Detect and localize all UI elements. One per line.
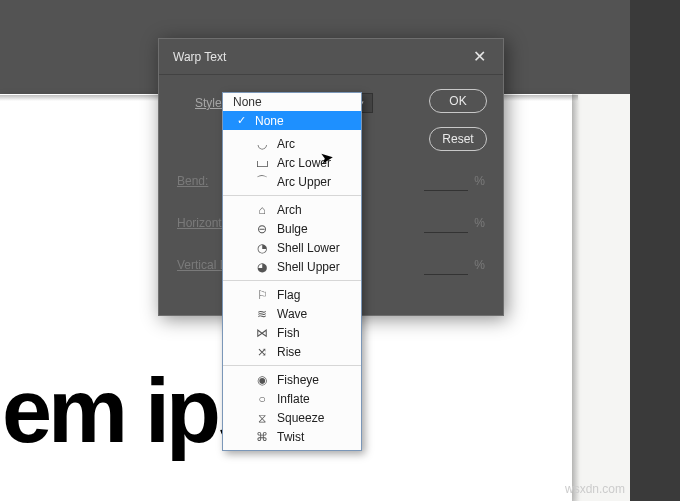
- arc-lower-icon: ⌴: [255, 156, 269, 170]
- dropdown-item-twist[interactable]: ⌘Twist: [223, 427, 361, 446]
- arc-upper-icon: ⌒: [255, 173, 269, 190]
- dropdown-item-inflate[interactable]: ○Inflate: [223, 389, 361, 408]
- dropdown-selected-label: None: [255, 114, 284, 128]
- twist-icon: ⌘: [255, 430, 269, 444]
- shell-lower-icon: ◔: [255, 241, 269, 255]
- dropdown-item-none[interactable]: ✓ None: [223, 111, 361, 130]
- check-icon: ✓: [237, 114, 247, 127]
- rise-icon: ⤨: [255, 345, 269, 359]
- dropdown-item-arc-lower[interactable]: ⌴Arc Lower: [223, 153, 361, 172]
- dropdown-item-label: Flag: [277, 288, 300, 302]
- workspace-right-panel: [630, 0, 680, 501]
- dropdown-item-flag[interactable]: ⚐Flag: [223, 285, 361, 304]
- dropdown-item-wave[interactable]: ≋Wave: [223, 304, 361, 323]
- flag-icon: ⚐: [255, 288, 269, 302]
- ok-button[interactable]: OK: [429, 89, 487, 113]
- dropdown-item-label: Arch: [277, 203, 302, 217]
- dropdown-item-shell-upper[interactable]: ◕Shell Upper: [223, 257, 361, 276]
- wave-icon: ≋: [255, 307, 269, 321]
- dropdown-item-arc-upper[interactable]: ⌒Arc Upper: [223, 172, 361, 191]
- dropdown-item-label: Fisheye: [277, 373, 319, 387]
- dropdown-top-none-label[interactable]: None: [223, 93, 361, 111]
- dropdown-item-label: Wave: [277, 307, 307, 321]
- dropdown-item-fisheye[interactable]: ◉Fisheye: [223, 370, 361, 389]
- dropdown-item-label: Rise: [277, 345, 301, 359]
- dropdown-item-label: Shell Upper: [277, 260, 340, 274]
- dropdown-item-squeeze[interactable]: ⧖Squeeze: [223, 408, 361, 427]
- dialog-button-column: OK Reset: [429, 89, 487, 151]
- dropdown-item-arc[interactable]: ◡Arc: [223, 134, 361, 153]
- dropdown-item-label: Inflate: [277, 392, 310, 406]
- fish-icon: ⋈: [255, 326, 269, 340]
- canvas-right-shadow: [572, 94, 580, 501]
- dropdown-item-shell-lower[interactable]: ◔Shell Lower: [223, 238, 361, 257]
- bend-value-box[interactable]: [424, 171, 468, 191]
- dropdown-item-label: Twist: [277, 430, 304, 444]
- bulge-icon: ⊖: [255, 222, 269, 236]
- dropdown-item-label: Bulge: [277, 222, 308, 236]
- dropdown-item-label: Fish: [277, 326, 300, 340]
- dropdown-group: ⚐Flag≋Wave⋈Fish⤨Rise: [223, 281, 361, 366]
- close-icon[interactable]: ✕: [469, 47, 489, 66]
- dropdown-item-label: Arc Lower: [277, 156, 331, 170]
- dropdown-item-fish[interactable]: ⋈Fish: [223, 323, 361, 342]
- dropdown-item-bulge[interactable]: ⊖Bulge: [223, 219, 361, 238]
- dropdown-group: ⌂Arch⊖Bulge◔Shell Lower◕Shell Upper: [223, 196, 361, 281]
- inflate-icon: ○: [255, 392, 269, 406]
- bend-pct-label: %: [474, 174, 485, 188]
- fisheye-icon: ◉: [255, 373, 269, 387]
- dialog-title: Warp Text: [173, 50, 226, 64]
- squeeze-icon: ⧖: [255, 411, 269, 425]
- arch-icon: ⌂: [255, 203, 269, 217]
- dropdown-item-label: Arc Upper: [277, 175, 331, 189]
- dropdown-item-label: Shell Lower: [277, 241, 340, 255]
- dropdown-item-label: Arc: [277, 137, 295, 151]
- dropdown-group: ◡Arc⌴Arc Lower⌒Arc Upper: [223, 130, 361, 196]
- horizontal-distort-pct-label: %: [474, 216, 485, 230]
- vertical-distort-pct-label: %: [474, 258, 485, 272]
- vertical-distort-value-box[interactable]: [424, 255, 468, 275]
- watermark-text: wsxdn.com: [565, 482, 625, 496]
- dialog-titlebar[interactable]: Warp Text ✕: [159, 39, 503, 75]
- dropdown-group: ◉Fisheye○Inflate⧖Squeeze⌘Twist: [223, 366, 361, 450]
- dropdown-item-rise[interactable]: ⤨Rise: [223, 342, 361, 361]
- dropdown-item-label: Squeeze: [277, 411, 324, 425]
- shell-upper-icon: ◕: [255, 260, 269, 274]
- dropdown-item-arch[interactable]: ⌂Arch: [223, 200, 361, 219]
- arc-icon: ◡: [255, 137, 269, 151]
- horizontal-distort-value-box[interactable]: [424, 213, 468, 233]
- reset-button[interactable]: Reset: [429, 127, 487, 151]
- style-dropdown: None ✓ None ◡Arc⌴Arc Lower⌒Arc Upper⌂Arc…: [222, 92, 362, 451]
